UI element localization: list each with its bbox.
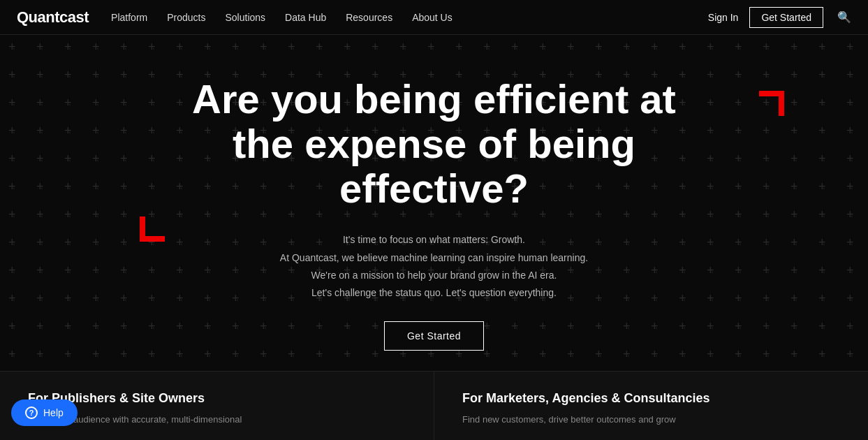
logo[interactable]: Quantcast (17, 8, 89, 27)
red-bracket-bottom-left (140, 217, 165, 242)
help-button[interactable]: ? Help (11, 399, 78, 426)
publishers-card-title: For Publishers & Site Owners (28, 391, 406, 406)
help-icon: ? (25, 406, 38, 419)
sign-in-button[interactable]: Sign In (708, 12, 739, 23)
hero-subtext-line4: Let's challenge the status quo. Let's qu… (280, 284, 588, 302)
nav-item-platform[interactable]: Platform (111, 12, 147, 23)
nav-right: Sign In Get Started 🔍 (708, 7, 851, 28)
search-icon[interactable]: 🔍 (837, 10, 851, 24)
publishers-card-text: Know your audience with accurate, multi-… (28, 413, 406, 427)
bottom-cards: For Publishers & Site Owners Know your a… (0, 371, 868, 441)
help-label: Help (43, 407, 64, 418)
hero-cta-button[interactable]: Get Started (384, 321, 484, 351)
hero-section: ++++++++++++++++++++++++++++++++++++++++… (0, 35, 868, 440)
nav-item-about-us[interactable]: About Us (412, 12, 453, 23)
nav-item-products[interactable]: Products (167, 12, 205, 23)
hero-subtext: It's time to focus on what matters: Grow… (280, 231, 588, 302)
hero-headline: Are you being efficient at the expense o… (162, 77, 707, 210)
red-bracket-top-right (759, 91, 784, 116)
navigation: Quantcast Platform Products Solutions Da… (0, 0, 868, 35)
nav-item-resources[interactable]: Resources (346, 12, 392, 23)
nav-item-data-hub[interactable]: Data Hub (285, 12, 326, 23)
marketers-card: For Marketers, Agencies & Consultancies … (434, 371, 868, 441)
marketers-card-title: For Marketers, Agencies & Consultancies (462, 391, 840, 406)
get-started-nav-button[interactable]: Get Started (749, 7, 823, 28)
nav-item-solutions[interactable]: Solutions (225, 12, 265, 23)
nav-links: Platform Products Solutions Data Hub Res… (111, 12, 708, 23)
hero-subtext-line1: It's time to focus on what matters: Grow… (280, 231, 588, 249)
hero-subtext-line2: At Quantcast, we believe machine learnin… (280, 249, 588, 267)
hero-subtext-line3: We're on a mission to help your brand gr… (280, 267, 588, 284)
marketers-card-text: Find new customers, drive better outcome… (462, 413, 840, 427)
